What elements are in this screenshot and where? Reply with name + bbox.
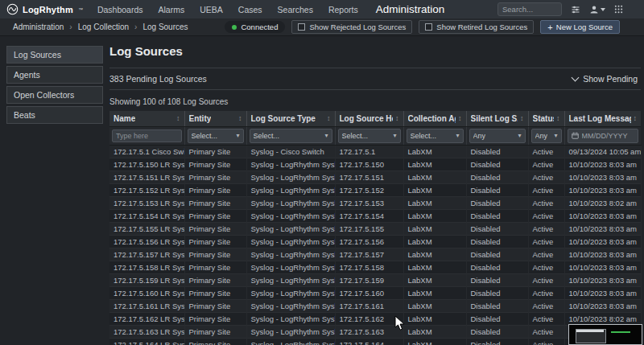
table-cell: Primary Site [184,183,246,196]
breadcrumb-log-collection[interactable]: Log Collection [78,23,129,31]
table-row[interactable]: 172.17.5.161 LR Sysl...Primary SiteSyslo… [109,299,641,312]
sidebar-item-log-sources[interactable]: Log Sources [6,46,103,64]
log-sources-table: Name↕ Entity↕ Log Source Type↕ Log Sourc… [109,111,642,345]
nav-item-searches[interactable]: Searches [278,5,313,14]
nav-item-reports[interactable]: Reports [328,5,358,14]
table-row[interactable]: 172.17.5.156 LR Sysl...Primary SiteSyslo… [109,235,641,248]
table-cell: Primary Site [184,286,246,299]
table-cell: 172.17.5.150 [335,158,403,170]
pending-log-sources-bar: 383 Pending Log Sources Show Pending [109,68,641,90]
col-header-status[interactable]: Status↕ [528,111,564,126]
sidebar: Log Sources Agents Open Collectors Beats [6,46,103,126]
table-row[interactable]: 172.17.5.162 LR Sysl...Primary SiteSyslo… [109,312,641,325]
table-cell: Primary Site [184,222,246,235]
show-rejected-label: Show Rejected Log Sources [309,23,406,31]
col-header-silent-log-source[interactable]: Silent Log S...↕ [466,111,528,126]
plus-icon: + [547,23,552,31]
col-header-collection-agent[interactable]: Collection Agent↕ [403,111,466,126]
col-header-log-source-type[interactable]: Log Source Type↕ [246,111,335,126]
nav-item-administration[interactable]: Administration [376,3,445,15]
log-source-host-filter-select[interactable]: Select... ▾ [338,129,401,143]
sort-icon: ↕ [238,114,242,122]
nav-item-ueba[interactable]: UEBA [200,5,223,14]
col-header-name[interactable]: Name↕ [109,111,184,126]
show-retired-checkbox[interactable]: Show Retired Log Sources [419,20,534,34]
table-cell: 172.17.5.161 LR Sysl... [109,299,184,312]
logrhythm-brand[interactable]: LogRhythm ™ [6,3,83,15]
entity-filter-select[interactable]: Select... ▾ [188,129,244,143]
screen-preview-overlay[interactable] [568,324,642,345]
table-cell: Active [528,183,564,196]
table-cell: Primary Site [184,196,246,209]
user-menu[interactable] [589,5,605,14]
col-header-log-source-host[interactable]: Log Source Host↕ [335,111,403,126]
table-row[interactable]: 172.17.5.160 LR Sysl...Primary SiteSyslo… [109,286,641,299]
main-nav: Dashboards Alarms UEBA Cases Searches Re… [97,5,358,14]
table-row[interactable]: 172.17.5.151 LR Sysl...Primary SiteSyslo… [109,170,641,183]
nav-item-dashboards[interactable]: Dashboards [97,5,143,14]
table-cell: Primary Site [184,299,246,312]
table-cell: 172.17.5.150 LR Sysl... [109,158,184,170]
table-row[interactable]: 172.17.5.150 LR Sysl...Primary SiteSyslo… [109,158,641,170]
nav-item-cases[interactable]: Cases [238,5,262,14]
new-log-source-button[interactable]: + New Log Source [540,20,620,34]
table-cell: 10/10/2023 8:03 am [564,235,641,248]
silent-log-source-filter-select[interactable]: Any ▾ [469,129,526,143]
show-retired-label: Show Retired Log Sources [436,23,527,31]
show-pending-toggle[interactable]: Show Pending [569,74,641,84]
table-row[interactable]: 172.17.5.158 LR Sysl...Primary SiteSyslo… [109,261,641,273]
checkbox-icon [425,23,432,31]
table-cell: 172.17.5.1 Cisco Swit... [109,145,184,158]
table-cell: 09/13/2024 10:05 am [564,145,641,158]
log-source-type-filter-select[interactable]: Select... ▾ [250,129,332,143]
table-cell: Disabled [466,248,528,261]
sidebar-item-agents[interactable]: Agents [6,66,103,84]
sidebar-item-open-collectors[interactable]: Open Collectors [6,86,103,104]
table-cell: Disabled [466,235,528,248]
breadcrumb-log-sources[interactable]: Log Sources [142,23,188,31]
table-row[interactable]: 172.17.5.163 LR Sysl...Primary SiteSyslo… [109,325,641,338]
col-label: Status [533,114,555,123]
table-row[interactable]: 172.17.5.157 LR Sysl...Primary SiteSyslo… [109,248,641,261]
table-cell: Active [528,170,564,183]
table-row[interactable]: 172.17.5.152 LR Sysl...Primary SiteSyslo… [109,183,641,196]
table-row[interactable]: 172.17.5.155 LR Sysl...Primary SiteSyslo… [109,222,641,235]
sidebar-item-beats[interactable]: Beats [6,106,103,124]
table-cell: Primary Site [184,273,246,286]
table-row[interactable]: 172.17.5.1 Cisco Swit...Primary SiteSysl… [109,145,641,158]
user-icon [589,5,599,14]
table-row[interactable]: 172.17.5.153 LR Sysl...Primary SiteSyslo… [109,196,641,209]
calendar-icon [572,132,579,139]
table-cell: 10/10/2023 8:03 am [564,299,641,312]
table-cell: 172.17.5.154 [335,209,403,222]
sort-icon: ↕ [520,114,524,122]
chevron-down-icon [572,74,580,82]
global-search-input[interactable] [497,2,562,16]
table-cell: Syslog - LogRhythm Syslog Ge... [246,222,335,235]
col-header-last-log-message[interactable]: Last Log Message↕ [564,111,641,126]
table-cell: Disabled [466,299,528,312]
show-rejected-checkbox[interactable]: Show Rejected Log Sources [291,20,412,34]
date-filter-input[interactable]: MM/DD/YYYY [568,129,639,143]
table-row[interactable]: 172.17.5.164 LR Sysl...Primary SiteSyslo… [109,338,641,345]
showing-count-label: Showing 100 of 108 Log Sources [109,97,641,106]
status-filter-select[interactable]: Any ▾ [531,129,562,143]
collection-agent-filter-select[interactable]: Select... ▾ [407,129,464,143]
breadcrumb-administration[interactable]: Administration [13,23,64,31]
log-table-body: 172.17.5.1 Cisco Swit...Primary SiteSysl… [109,145,641,345]
table-row[interactable]: 172.17.5.154 LR Sysl...Primary SiteSyslo… [109,209,641,222]
caret-down-icon: ▾ [324,132,328,139]
caret-down-icon: ▾ [518,132,521,139]
table-row[interactable]: 172.17.5.159 LR Sysl...Primary SiteSyslo… [109,273,641,286]
breadcrumb-bar: Administration › Log Collection › Log So… [0,18,644,36]
nav-item-alarms[interactable]: Alarms [159,5,185,14]
subbar-actions: Connected Show Rejected Log Sources Show… [225,20,620,34]
table-cell: Primary Site [184,209,246,222]
app-grid-icon[interactable] [614,5,623,14]
table-cell: Primary Site [184,312,246,325]
name-filter-input[interactable] [112,129,182,142]
col-header-entity[interactable]: Entity↕ [184,111,246,126]
table-cell: Active [528,158,564,170]
table-cell: Primary Site [184,235,246,248]
sliders-icon[interactable] [571,5,580,14]
